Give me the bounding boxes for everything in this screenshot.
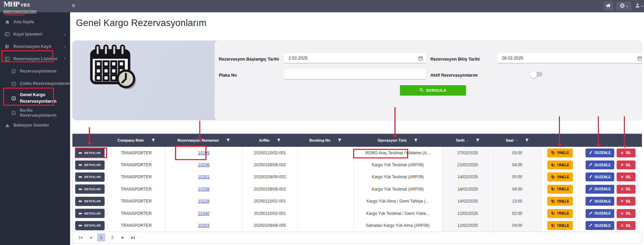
sorgula-button[interactable]: SORGULA: [400, 85, 466, 95]
table-row: ▶▶DETAYLAR TRANSPORTER 10240 20250110/02…: [72, 207, 642, 219]
detaylar-button[interactable]: ▶▶DETAYLAR: [75, 221, 105, 230]
yinele-button[interactable]: ↻YINELE: [547, 221, 573, 230]
pager-last-button[interactable]: ▶: [129, 236, 137, 239]
sidebar-item-genel-kargo-rezervasyonlar-m[interactable]: Genel Kargo Rezervasyonlarım: [0, 90, 70, 107]
duzenle-button[interactable]: DUZENLE: [586, 197, 614, 206]
sil-button[interactable]: ×SIL: [617, 172, 636, 181]
fast-forward-icon: ▶▶: [79, 212, 82, 215]
detaylar-button[interactable]: ▶▶DETAYLAR: [75, 197, 105, 206]
yinele-button[interactable]: ↻YINELE: [547, 172, 573, 181]
aktif-toggle[interactable]: [531, 72, 542, 77]
column-label: Rezervasyon Numarasi: [177, 138, 219, 142]
duzenle-button[interactable]: DUZENLE: [586, 221, 614, 230]
pager-prev-button[interactable]: ◀: [88, 236, 94, 239]
sidebar-item-bekleyen-gemiler[interactable]: Bekleyen Gemiler: [0, 119, 70, 131]
yinele-button[interactable]: ↻YINELE: [547, 197, 573, 206]
saat-cell: 04:00: [493, 183, 541, 195]
sort-desc-icon[interactable]: ↓: [467, 139, 468, 142]
filter-icon[interactable]: [226, 139, 230, 142]
start-date-input[interactable]: [284, 53, 426, 63]
sidebar-item-ana-sayfa[interactable]: Ana Sayfa: [0, 16, 70, 28]
sil-button[interactable]: ×SIL: [617, 209, 636, 218]
filter-icon[interactable]: [151, 139, 155, 142]
yinele-button[interactable]: ↻YINELE: [547, 209, 573, 218]
table-row: ▶▶DETAYLAR TRANSPORTER 10236 20250109/09…: [72, 159, 642, 171]
top-bar: MHP VBS MERSIN INTERNATIONAL PORT ≡ ▾ ▾: [0, 0, 644, 12]
column-header-actions: [579, 134, 642, 147]
column-header-company_role: Company Role: [107, 134, 165, 147]
filter-icon[interactable]: [476, 139, 480, 142]
pencil-icon: [589, 175, 592, 179]
reservations-table: Company RoleRezervasyon NumarasiArfNoBoo…: [72, 133, 642, 244]
filter-icon[interactable]: [277, 139, 281, 142]
duzenle-button[interactable]: DUZENLE: [586, 209, 614, 218]
calendar-icon[interactable]: [418, 56, 423, 62]
user-menu-button[interactable]: ▾: [635, 3, 643, 10]
booking-no-cell: [297, 207, 353, 219]
pager-next-button[interactable]: ▶: [120, 236, 126, 239]
pager-first-button[interactable]: ◀: [77, 236, 84, 239]
booking-no-cell: [297, 195, 353, 207]
end-date-input[interactable]: [498, 53, 642, 63]
close-icon: ×: [621, 187, 623, 191]
reservation-number-link[interactable]: 10236: [198, 163, 209, 167]
detaylar-button[interactable]: ▶▶DETAYLAR: [75, 184, 105, 194]
announcements-button[interactable]: [604, 2, 613, 11]
detaylar-button[interactable]: ▶▶DETAYLAR: [75, 160, 105, 170]
person-icon: [635, 3, 640, 10]
arfno-cell: 20250110/02-001: [242, 195, 297, 207]
reservation-number-link[interactable]: 10201: [198, 175, 209, 179]
calendar-icon[interactable]: [638, 56, 642, 62]
duzenle-button[interactable]: DUZENLE: [586, 185, 614, 194]
sil-button[interactable]: ×SIL: [617, 197, 636, 206]
column-header-booking_no: Booking No: [297, 134, 353, 147]
tarih-cell: 27/02/2025: [442, 147, 493, 159]
pager-page-2[interactable]: 2: [108, 233, 117, 242]
duzenle-button[interactable]: DUZENLE: [586, 160, 614, 169]
pencil-icon: [589, 223, 592, 228]
sil-button[interactable]: ×SIL: [617, 221, 636, 230]
calendar-check-icon: [11, 69, 17, 73]
language-button[interactable]: ▾: [616, 2, 631, 11]
refresh-icon: ↻: [551, 223, 555, 228]
calendar-check-icon: [11, 111, 17, 115]
sidebar-item-kay-t-i-lemleri[interactable]: Kayıt İşlemleri ›: [0, 28, 70, 40]
yinele-button[interactable]: ↻YINELE: [547, 149, 573, 157]
reservation-number-link[interactable]: 10238: [198, 187, 209, 192]
sidebar-item-ro-ro-rezervasyonlar-m[interactable]: Ro-Ro Rezervasyonlarım: [0, 107, 70, 119]
reservation-number-link[interactable]: 10240: [198, 211, 209, 216]
detaylar-button[interactable]: ▶▶DETAYLAR: [75, 172, 105, 182]
sil-button[interactable]: ×SIL: [617, 160, 636, 169]
sort-asc-icon[interactable]: ↑: [516, 139, 518, 142]
close-icon: ×: [621, 151, 623, 155]
hamburger-menu-icon[interactable]: ≡: [72, 2, 75, 9]
column-header-yinele: [541, 134, 579, 147]
sil-button[interactable]: ×SIL: [617, 185, 636, 194]
filter-icon[interactable]: [338, 139, 341, 142]
filter-form: Rezervasyon Başlangıç Tarihi Rezervasyon…: [215, 41, 642, 120]
booking-no-cell: [297, 183, 353, 195]
sidebar-item-rezervasyon-listeleri[interactable]: Rezervasyon Listeleri ›: [0, 53, 70, 65]
yinele-button[interactable]: ↻YINELE: [547, 185, 573, 194]
detaylar-button[interactable]: ▶▶DETAYLAR: [75, 148, 105, 157]
yinele-button[interactable]: ↻YINELE: [547, 160, 573, 169]
filter-icon[interactable]: [525, 139, 529, 142]
sidebar-item-rezervasyonlar-m[interactable]: Rezervasyonlarım: [0, 65, 70, 77]
reservation-number-link[interactable]: 10205: [198, 151, 209, 155]
duzenle-button[interactable]: DUZENLE: [586, 149, 614, 157]
reservation-number-link[interactable]: 10203: [198, 223, 209, 228]
detaylar-button[interactable]: ▶▶DETAYLAR: [75, 209, 105, 218]
fast-forward-icon: ▶▶: [79, 200, 82, 203]
reservation-number-link[interactable]: 10228: [198, 199, 209, 204]
company-role-cell: TRANSPORTER: [107, 207, 165, 219]
sil-button[interactable]: ×SIL: [617, 149, 636, 157]
operasyon-turu-cell: Kargo Yük Alma / Gemi Tahliye (...: [353, 195, 442, 207]
arfno-cell: 20250109/09-002: [242, 171, 297, 183]
duzenle-button[interactable]: DUZENLE: [586, 172, 614, 181]
operasyon-turu-cell: Kargo Yük Teslimat / Gemi Yükle...: [353, 207, 442, 219]
sidebar-item-oklu-rezervasyonlar-m[interactable]: Çoklu Rezervasyonlarım: [0, 77, 70, 90]
pager-page-1[interactable]: 1: [97, 233, 105, 242]
sidebar-item-rezervasyon-kay-t[interactable]: Rezervasyon Kayıt ›: [0, 40, 70, 53]
filter-icon[interactable]: [414, 139, 418, 142]
plaka-no-input[interactable]: [284, 69, 426, 79]
